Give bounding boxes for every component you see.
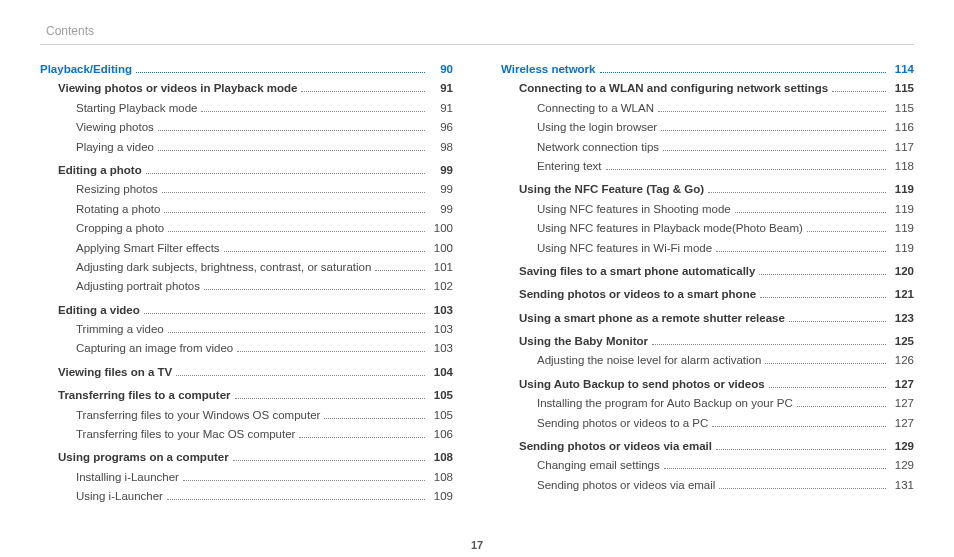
toc-entry[interactable]: Using NFC features in Shooting mode119 xyxy=(501,200,914,218)
toc-entry[interactable]: Trimming a video103 xyxy=(40,320,453,338)
toc-entry[interactable]: Sending photos or videos via email129 xyxy=(501,437,914,455)
toc-entry-label: Connecting to a WLAN and configuring net… xyxy=(519,79,828,97)
toc-leader-dots xyxy=(832,91,886,92)
toc-entry[interactable]: Sending photos or videos via email131 xyxy=(501,476,914,494)
toc-entry[interactable]: Connecting to a WLAN and configuring net… xyxy=(501,79,914,97)
toc-column-right: Wireless network114Connecting to a WLAN … xyxy=(501,59,914,507)
toc-entry-page: 96 xyxy=(429,118,453,136)
toc-entry-label: Entering text xyxy=(537,157,602,175)
toc-entry-label: Sending photos or videos to a smart phon… xyxy=(519,285,756,303)
toc-entry-page: 108 xyxy=(429,448,453,466)
toc-entry[interactable]: Editing a photo99 xyxy=(40,161,453,179)
toc-entry-page: 115 xyxy=(890,99,914,117)
toc-entry[interactable]: Connecting to a WLAN115 xyxy=(501,99,914,117)
toc-entry[interactable]: Using the Baby Monitor125 xyxy=(501,332,914,350)
toc-entry-page: 102 xyxy=(429,277,453,295)
toc-entry-page: 98 xyxy=(429,138,453,156)
toc-entry[interactable]: Transferring files to your Windows OS co… xyxy=(40,406,453,424)
toc-entry-page: 129 xyxy=(890,437,914,455)
toc-leader-dots xyxy=(201,111,425,112)
toc-leader-dots xyxy=(708,192,886,193)
toc-entry[interactable]: Using the NFC Feature (Tag & Go)119 xyxy=(501,180,914,198)
contents-header: Contents xyxy=(40,24,914,38)
toc-entry-page: 109 xyxy=(429,487,453,505)
toc-entry[interactable]: Viewing photos or videos in Playback mod… xyxy=(40,79,453,97)
toc-entry[interactable]: Viewing files on a TV104 xyxy=(40,363,453,381)
toc-leader-dots xyxy=(652,344,886,345)
toc-entry[interactable]: Network connection tips117 xyxy=(501,138,914,156)
toc-leader-dots xyxy=(167,499,425,500)
toc-entry-page: 126 xyxy=(890,351,914,369)
toc-entry-label: Viewing files on a TV xyxy=(58,363,172,381)
toc-leader-dots xyxy=(661,130,886,131)
toc-entry-page: 116 xyxy=(890,118,914,136)
toc-entry[interactable]: Installing the program for Auto Backup o… xyxy=(501,394,914,412)
toc-entry-page: 121 xyxy=(890,285,914,303)
toc-entry-label: Using NFC features in Shooting mode xyxy=(537,200,731,218)
toc-entry-label: Adjusting the noise level for alarm acti… xyxy=(537,351,761,369)
toc-entry[interactable]: Adjusting dark subjects, brightness, con… xyxy=(40,258,453,276)
toc-entry-page: 119 xyxy=(890,239,914,257)
toc-section-title[interactable]: Wireless network114 xyxy=(501,60,914,78)
toc-entry-page: 119 xyxy=(890,219,914,237)
toc-entry[interactable]: Capturing an image from video103 xyxy=(40,339,453,357)
toc-entry-label: Playing a video xyxy=(76,138,154,156)
toc-entry[interactable]: Applying Smart Filter effects100 xyxy=(40,239,453,257)
toc-leader-dots xyxy=(765,363,886,364)
toc-leader-dots xyxy=(176,375,425,376)
toc-entry-page: 103 xyxy=(429,320,453,338)
toc-entry[interactable]: Cropping a photo100 xyxy=(40,219,453,237)
toc-entry[interactable]: Saving files to a smart phone automatica… xyxy=(501,262,914,280)
toc-entry-label: Using programs on a computer xyxy=(58,448,229,466)
toc-leader-dots xyxy=(158,150,425,151)
toc-leader-dots xyxy=(301,91,425,92)
toc-entry-label: Starting Playback mode xyxy=(76,99,197,117)
toc-entry[interactable]: Using the login browser116 xyxy=(501,118,914,136)
toc-leader-dots xyxy=(663,150,886,151)
toc-leader-dots xyxy=(797,406,886,407)
toc-entry[interactable]: Starting Playback mode91 xyxy=(40,99,453,117)
toc-entry-label: Sending photos or videos to a PC xyxy=(537,414,708,432)
toc-entry-label: Saving files to a smart phone automatica… xyxy=(519,262,755,280)
toc-entry-page: 100 xyxy=(429,239,453,257)
toc-entry[interactable]: Adjusting the noise level for alarm acti… xyxy=(501,351,914,369)
toc-leader-dots xyxy=(664,468,886,469)
toc-entry[interactable]: Sending photos or videos to a smart phon… xyxy=(501,285,914,303)
toc-entry[interactable]: Changing email settings129 xyxy=(501,456,914,474)
toc-leader-dots xyxy=(324,418,425,419)
toc-entry-label: Sending photos or videos via email xyxy=(519,437,712,455)
toc-leader-dots xyxy=(769,387,886,388)
toc-entry[interactable]: Using NFC features in Wi-Fi mode119 xyxy=(501,239,914,257)
toc-entry-label: Using a smart phone as a remote shutter … xyxy=(519,309,785,327)
toc-entry[interactable]: Rotating a photo99 xyxy=(40,200,453,218)
toc-entry[interactable]: Using NFC features in Playback mode(Phot… xyxy=(501,219,914,237)
toc-entry[interactable]: Adjusting portrait photos102 xyxy=(40,277,453,295)
toc-entry-label: Connecting to a WLAN xyxy=(537,99,654,117)
toc-entry[interactable]: Using Auto Backup to send photos or vide… xyxy=(501,375,914,393)
toc-entry[interactable]: Installing i-Launcher108 xyxy=(40,468,453,486)
toc-entry[interactable]: Using programs on a computer108 xyxy=(40,448,453,466)
toc-entry-label: Viewing photos xyxy=(76,118,154,136)
toc-leader-dots xyxy=(658,111,886,112)
toc-section-title[interactable]: Playback/Editing90 xyxy=(40,60,453,78)
toc-entry-label: Network connection tips xyxy=(537,138,659,156)
toc-entry[interactable]: Sending photos or videos to a PC127 xyxy=(501,414,914,432)
toc-entry[interactable]: Viewing photos96 xyxy=(40,118,453,136)
toc-entry[interactable]: Using i-Launcher109 xyxy=(40,487,453,505)
toc-entry[interactable]: Playing a video98 xyxy=(40,138,453,156)
toc-entry-label: Transferring files to your Mac OS comput… xyxy=(76,425,295,443)
toc-entry-label: Using the Baby Monitor xyxy=(519,332,648,350)
toc-entry-page: 106 xyxy=(429,425,453,443)
toc-leader-dots xyxy=(168,332,425,333)
toc-entry[interactable]: Entering text118 xyxy=(501,157,914,175)
toc-entry[interactable]: Resizing photos99 xyxy=(40,180,453,198)
toc-entry[interactable]: Transferring files to a computer105 xyxy=(40,386,453,404)
toc-leader-dots xyxy=(162,192,425,193)
toc-leader-dots xyxy=(146,173,425,174)
toc-entry[interactable]: Transferring files to your Mac OS comput… xyxy=(40,425,453,443)
toc-leader-dots xyxy=(375,270,425,271)
toc-entry[interactable]: Editing a video103 xyxy=(40,301,453,319)
toc-leader-dots xyxy=(712,426,886,427)
toc-entry-label: Using the NFC Feature (Tag & Go) xyxy=(519,180,704,198)
toc-entry[interactable]: Using a smart phone as a remote shutter … xyxy=(501,309,914,327)
